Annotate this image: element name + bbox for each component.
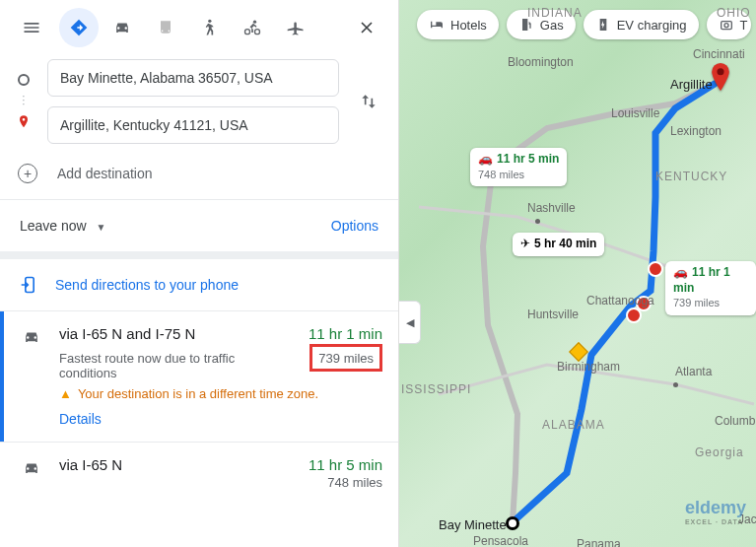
- city-label: Louisville: [611, 106, 659, 120]
- connector-dots: ···: [23, 95, 26, 106]
- caret-down-icon: ▼: [97, 222, 106, 233]
- send-label: Send directions to your phone: [55, 277, 239, 293]
- mode-flight[interactable]: [276, 8, 315, 47]
- traffic-alert-icon: [626, 308, 642, 323]
- leave-now-dropdown[interactable]: Leave now ▼: [20, 218, 106, 234]
- mode-best[interactable]: [59, 8, 99, 47]
- route-via: via I-65 N: [59, 456, 122, 473]
- options-link[interactable]: Options: [331, 218, 378, 234]
- send-to-phone-button[interactable]: Send directions to your phone: [0, 259, 398, 310]
- leave-now-label: Leave now: [20, 218, 87, 234]
- watermark: eldemy EXCEL · DATA: [685, 498, 746, 525]
- train-icon: [156, 18, 175, 37]
- waypoints-block: ···: [0, 55, 398, 152]
- watermark-brand: eldemy: [685, 498, 746, 517]
- callout-distance: 739 miles: [673, 297, 720, 308]
- destination-marker[interactable]: [710, 63, 731, 97]
- swap-button[interactable]: [351, 84, 386, 119]
- callout-alt-drive[interactable]: 🚗11 hr 5 min 748 miles: [470, 148, 567, 186]
- svg-point-3: [253, 21, 256, 24]
- chip-ev[interactable]: EV charging: [584, 10, 699, 39]
- callout-main-drive[interactable]: 🚗11 hr 1 min 739 miles: [665, 261, 756, 315]
- city-dot: [673, 382, 678, 387]
- mode-drive[interactable]: [103, 8, 142, 47]
- origin-city-label: Bay Minette: [439, 517, 507, 532]
- callout-time: 11 hr 5 min: [497, 152, 559, 166]
- city-label: Birmingham: [557, 360, 620, 374]
- route-subtitle: Fastest route now due to traffic conditi…: [59, 351, 276, 380]
- state-label: Georgia: [695, 445, 744, 459]
- car-icon: [112, 18, 132, 37]
- mode-bike[interactable]: [233, 8, 272, 47]
- svg-rect-6: [721, 22, 731, 30]
- gas-icon: [518, 17, 534, 33]
- dest-city-label: Argillite: [670, 77, 713, 92]
- ev-icon: [595, 17, 611, 33]
- city-label: Bloomington: [508, 55, 574, 69]
- state-label: ALABAMA: [542, 418, 605, 432]
- callout-flight[interactable]: ✈5 hr 40 min: [513, 233, 604, 256]
- destination-pin-icon: [16, 114, 32, 130]
- poi-chips: Hotels Gas EV charging T: [417, 10, 751, 39]
- state-label: KENTUCKY: [655, 170, 727, 183]
- menu-button[interactable]: [12, 8, 51, 47]
- city-dot: [535, 219, 540, 224]
- pin-icon: [710, 63, 731, 93]
- city-label: Lexington: [670, 124, 722, 138]
- chip-gas[interactable]: Gas: [507, 10, 576, 39]
- top-bar: [0, 0, 398, 55]
- plus-icon: +: [18, 164, 37, 183]
- phone-send-icon: [20, 275, 39, 295]
- destination-input[interactable]: [47, 106, 339, 144]
- callout-distance: 748 miles: [478, 169, 524, 180]
- route-via: via I-65 N and I-75 N: [59, 325, 195, 342]
- warning-icon: ▲: [59, 386, 72, 401]
- route-option-2[interactable]: via I-65 N 11 hr 5 min 748 miles: [0, 443, 398, 504]
- svg-point-1: [245, 30, 250, 34]
- city-label: Jac: [738, 513, 756, 526]
- plane-icon: ✈: [520, 237, 530, 252]
- depart-row: Leave now ▼ Options: [0, 200, 398, 251]
- traffic-alert-icon: [648, 261, 663, 277]
- car-icon: 🚗: [673, 265, 688, 281]
- mode-walk[interactable]: [189, 8, 229, 47]
- chip-label: Hotels: [450, 18, 487, 33]
- city-label: Cincinnati: [693, 47, 745, 61]
- warning-text: Your destination is in a different time …: [78, 386, 318, 401]
- chip-more[interactable]: T: [707, 10, 752, 39]
- chip-label: Gas: [540, 18, 564, 33]
- swap-icon: [359, 92, 378, 111]
- origin-input[interactable]: [47, 59, 339, 97]
- construction-icon: [569, 342, 588, 362]
- map-canvas[interactable]: Hotels Gas EV charging T ◀ 🚗11 hr 5 min …: [399, 0, 756, 547]
- route-distance: 748 miles: [327, 475, 382, 490]
- svg-point-7: [724, 24, 728, 28]
- callout-time: 5 hr 40 min: [534, 237, 596, 250]
- watermark-tagline: EXCEL · DATA: [685, 518, 746, 525]
- details-link[interactable]: Details: [59, 411, 102, 427]
- city-label: Pensacola: [473, 534, 528, 547]
- directions-panel: ··· + Add destination Leave now ▼ Option…: [0, 0, 399, 547]
- origin-marker[interactable]: [506, 516, 519, 530]
- car-icon: [22, 327, 41, 347]
- add-destination-button[interactable]: + Add destination: [0, 152, 398, 199]
- chip-label: T: [740, 18, 748, 33]
- chip-hotels[interactable]: Hotels: [417, 10, 499, 39]
- state-label: ISSISSIPPI: [401, 382, 471, 396]
- input-column: [47, 59, 339, 144]
- route-distance: 739 miles: [318, 351, 374, 366]
- divider-thick: [0, 251, 398, 259]
- highlighted-distance: 739 miles: [309, 344, 382, 372]
- route-option-1[interactable]: via I-65 N and I-75 N 11 hr 1 min Fastes…: [0, 311, 398, 442]
- close-button[interactable]: [347, 8, 386, 47]
- walk-icon: [199, 18, 219, 37]
- mode-transit[interactable]: [146, 8, 185, 47]
- city-label: Nashville: [527, 201, 576, 215]
- collapse-panel-button[interactable]: ◀: [399, 301, 421, 344]
- car-icon: 🚗: [478, 152, 493, 168]
- origin-dot-icon: [17, 73, 31, 87]
- route-mode-icon: [22, 456, 45, 490]
- city-label: Huntsville: [527, 308, 579, 321]
- bed-icon: [429, 17, 445, 33]
- menu-icon: [22, 18, 41, 37]
